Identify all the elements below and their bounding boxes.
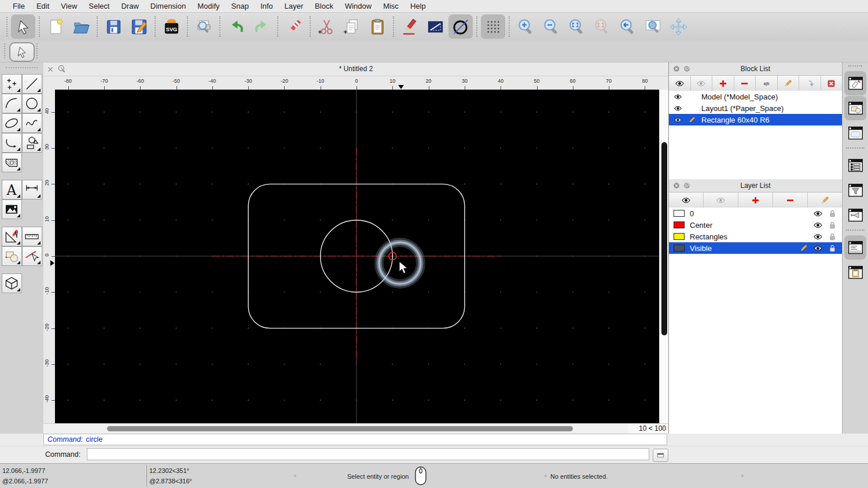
tool-text-button[interactable]: A <box>2 180 22 199</box>
tool-ellipse-button[interactable] <box>2 113 22 133</box>
zoom-out-button[interactable] <box>539 14 563 39</box>
zoom-previous-button[interactable] <box>590 14 614 39</box>
visibility-eye-icon[interactable] <box>672 116 683 124</box>
tool-image-button[interactable] <box>2 199 22 219</box>
block-row-3[interactable]: Rectangle 60x40 R6 <box>669 114 842 125</box>
menu-info[interactable]: Info <box>255 2 279 10</box>
layer-list-widget-button[interactable] <box>844 96 866 120</box>
block-edit-pencil-button[interactable] <box>778 76 800 91</box>
svg-export-button[interactable]: SVG <box>159 14 183 39</box>
visibility-eye-icon[interactable] <box>813 243 823 253</box>
block-rename-ab-button[interactable]: a|b <box>756 76 778 91</box>
lock-icon[interactable] <box>827 243 837 253</box>
save-button[interactable] <box>101 14 126 39</box>
layer-edit-pencil-button[interactable] <box>808 193 842 208</box>
undo-button[interactable] <box>224 14 248 39</box>
visibility-eye-icon[interactable] <box>672 104 683 113</box>
layer-color-swatch[interactable] <box>674 221 685 228</box>
block-row-2[interactable]: Layout1 (*Paper_Space) <box>669 102 842 114</box>
lock-icon[interactable] <box>827 209 837 219</box>
grid-toggle-button[interactable] <box>481 14 505 39</box>
layer-minus-button[interactable] <box>773 193 808 208</box>
menu-dimension[interactable]: Dimension <box>145 2 192 10</box>
open-file-button[interactable] <box>69 14 93 39</box>
block-plus-button[interactable] <box>712 76 734 91</box>
visibility-eye-icon[interactable] <box>672 93 683 101</box>
menu-draw[interactable]: Draw <box>115 2 144 10</box>
layer-color-swatch[interactable] <box>674 233 685 240</box>
save-as-button[interactable] <box>127 14 151 39</box>
float-panel-icon[interactable] <box>682 181 692 190</box>
block-minus-button[interactable] <box>734 76 756 91</box>
float-panel-icon[interactable] <box>682 64 692 73</box>
vertical-scrollbar[interactable] <box>659 90 668 423</box>
vertical-scrollbar-thumb[interactable] <box>661 142 667 335</box>
command-widget-button[interactable] <box>844 235 866 260</box>
circle-line-mode-button[interactable] <box>448 14 473 39</box>
tool-dimension-button[interactable] <box>22 180 42 199</box>
tool-polyline-button[interactable] <box>2 133 22 153</box>
tool-line-button[interactable] <box>22 74 42 94</box>
close-panel-icon[interactable] <box>672 64 681 73</box>
tool-spline-button[interactable] <box>22 113 42 133</box>
redo-button[interactable] <box>249 14 274 39</box>
cut-button[interactable] <box>314 14 339 39</box>
layer-color-swatch[interactable] <box>674 210 685 217</box>
visibility-eye-icon[interactable] <box>813 209 823 219</box>
menu-edit[interactable]: Edit <box>31 2 55 10</box>
horizontal-scrollbar-thumb[interactable] <box>107 426 573 431</box>
line-mode-button[interactable] <box>423 14 447 39</box>
zoom-pan-button[interactable] <box>666 14 690 39</box>
menu-snap[interactable]: Snap <box>226 2 255 10</box>
tool-circle-button[interactable] <box>22 94 42 113</box>
menu-file[interactable]: File <box>7 2 31 10</box>
block-eye-open-button[interactable] <box>669 76 691 91</box>
horizontal-scrollbar[interactable]: 10 < 100 <box>43 423 668 434</box>
tool-measure-button[interactable] <box>22 227 42 246</box>
command-input[interactable] <box>87 448 649 460</box>
layer-row-0[interactable]: 0 <box>669 208 842 219</box>
new-document-button[interactable] <box>43 14 68 39</box>
filter-widget-button[interactable] <box>844 178 866 202</box>
tool-select-entity-button[interactable] <box>22 246 42 266</box>
library-widget-button[interactable] <box>844 121 866 145</box>
block-insert-block-button[interactable] <box>799 76 821 91</box>
layer-eye-open-button[interactable] <box>669 193 704 208</box>
layer-color-swatch[interactable] <box>674 245 685 252</box>
block-list-widget-button[interactable] <box>844 71 866 95</box>
selection-tool-button[interactable] <box>9 42 35 62</box>
lock-icon[interactable] <box>827 232 837 242</box>
menu-layer[interactable]: Layer <box>279 2 310 10</box>
tool-points-button[interactable] <box>2 74 22 94</box>
clipboard-widget-button[interactable] <box>844 260 866 284</box>
edit-pencil-icon[interactable] <box>799 243 808 253</box>
menu-block[interactable]: Block <box>309 2 339 10</box>
visibility-eye-icon[interactable] <box>813 232 823 242</box>
tool-blocks-button[interactable] <box>2 246 22 266</box>
zoom-back-button[interactable] <box>615 14 639 39</box>
layer-eye-closed-button[interactable] <box>704 193 738 208</box>
entity-list-widget-button[interactable] <box>844 153 866 178</box>
selection-arrow-button[interactable] <box>11 14 35 39</box>
block-row-1[interactable]: Model (*Model_Space) <box>669 91 842 102</box>
block-remove-block-button[interactable] <box>821 76 843 91</box>
paste-button[interactable] <box>365 14 389 39</box>
menu-misc[interactable]: Misc <box>377 2 404 10</box>
menu-modify[interactable]: Modify <box>192 2 225 10</box>
menu-window[interactable]: Window <box>339 2 377 10</box>
pen-widget-button[interactable] <box>844 203 866 227</box>
menu-select[interactable]: Select <box>83 2 115 10</box>
layer-row-Rectangles[interactable]: Rectangles <box>669 231 842 242</box>
tool-shapes-button[interactable] <box>22 133 42 153</box>
lock-icon[interactable] <box>827 220 837 230</box>
layer-row-Center[interactable]: Center <box>669 219 842 231</box>
zoom-auto-button[interactable] <box>564 14 589 39</box>
layer-row-Visible[interactable]: Visible <box>669 242 842 254</box>
close-panel-icon[interactable] <box>672 181 681 190</box>
keyboard-toggle-button[interactable] <box>653 449 668 462</box>
menu-help[interactable]: Help <box>404 2 432 10</box>
layer-plus-button[interactable] <box>738 193 773 208</box>
tool-hatch-button[interactable] <box>2 153 22 172</box>
tool-modify-button[interactable] <box>2 227 22 246</box>
print-preview-button[interactable] <box>192 14 216 39</box>
